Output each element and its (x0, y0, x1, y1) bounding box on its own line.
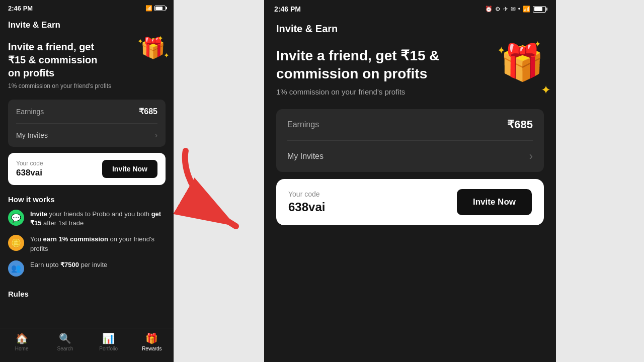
how-item-2-left: 🪙 You earn 1% commission on your friend'… (8, 235, 166, 253)
phone-left: 2:46 PM 📶 Invite & Earn Invite a friend,… (0, 0, 174, 362)
rewards-icon-left: 🎁 (145, 332, 158, 344)
home-icon-left: 🏠 (16, 332, 28, 344)
how-it-works-left: How it works 💬 Invite your friends to Pr… (0, 191, 174, 288)
time-left: 2:46 PM (8, 5, 33, 12)
red-arrow (171, 141, 251, 241)
earnings-row-right: Earnings ₹685 (276, 109, 544, 140)
sparkle-2-right: ✦ (534, 39, 541, 49)
code-label-left: Your code (16, 160, 43, 167)
portfolio-icon-left: 📊 (102, 332, 115, 344)
wifi-icon-right: 📶 (523, 6, 530, 13)
invite-now-button-left[interactable]: Invite Now (102, 160, 157, 178)
hero-text-right: Invite a friend, get ₹15 & commission on… (276, 47, 518, 83)
time-right: 2:46 PM (274, 5, 301, 13)
rules-title-left: Rules (0, 288, 174, 300)
earnings-card-right: Earnings ₹685 My Invites › (276, 109, 544, 172)
rewards-label-left: Rewards (142, 346, 162, 351)
code-card-left: Your code 638vai Invite Now (8, 153, 166, 185)
earnings-card-left: Earnings ₹685 My Invites › (8, 100, 166, 147)
earnings-value-left: ₹685 (139, 107, 157, 116)
earnings-label-right: Earnings (287, 120, 319, 129)
invites-row-left[interactable]: My Invites › (8, 124, 166, 147)
how-text-1-left: Invite your friends to Probo and you bot… (30, 210, 166, 228)
earnings-label-left: Earnings (16, 108, 44, 116)
search-icon-left: 🔍 (59, 332, 71, 344)
sparkle-3-right: ✦ (541, 83, 551, 97)
status-icons-left: 📶 (145, 5, 166, 12)
code-card-right: Your code 638vai Invite Now (276, 179, 544, 225)
how-icon-coin-left: 🪙 (8, 235, 24, 251)
nav-rewards-left[interactable]: 🎁 Rewards (130, 332, 174, 351)
nav-search-left[interactable]: 🔍 Search (43, 332, 87, 351)
alarm-icon-right: ⏰ (485, 6, 493, 13)
invites-row-right[interactable]: My Invites › (276, 141, 544, 172)
sparkle-1-right: ✦ (497, 44, 506, 56)
how-icon-whatsapp-left: 💬 (8, 210, 24, 226)
chevron-right-left: › (155, 131, 157, 140)
sparkle-1-left: ✦ (137, 37, 143, 45)
how-icon-people-left: 👥 (8, 260, 24, 277)
wifi-icon-left: 📶 (145, 5, 152, 12)
send-icon-right: ✈ (503, 6, 508, 13)
invite-now-button-right[interactable]: Invite Now (457, 189, 532, 215)
bottom-nav-left: 🏠 Home 🔍 Search 📊 Portfolio 🎁 Rewards (0, 328, 174, 362)
status-bar-right: 2:46 PM ⏰ ⚙ ✈ ✉ • 📶 (264, 0, 556, 18)
phone-right: 2:46 PM ⏰ ⚙ ✈ ✉ • 📶 Invite & Earn Invite… (264, 0, 556, 362)
home-label-left: Home (15, 346, 29, 351)
hero-sub-right: 1% commission on your friend's profits (276, 87, 544, 96)
how-item-3-left: 👥 Earn upto ₹7500 per invite (8, 260, 166, 277)
hero-section-right: Invite a friend, get ₹15 & commission on… (264, 42, 556, 102)
chevron-right-right: › (529, 150, 533, 163)
how-title-left: How it works (8, 195, 166, 204)
dot-icon-right: • (518, 6, 520, 13)
code-value-right: 638vai (288, 200, 325, 214)
hero-text-left: Invite a friend, get ₹15 & commission on… (8, 40, 109, 79)
nav-portfolio-left[interactable]: 📊 Portfolio (87, 332, 130, 351)
earnings-row-left: Earnings ₹685 (8, 100, 166, 123)
code-section-left: Your code 638vai (16, 160, 43, 178)
page-title-left: Invite & Earn (0, 16, 174, 36)
portfolio-label-left: Portfolio (99, 346, 118, 351)
sparkle-3-left: ✦ (164, 51, 170, 59)
battery-left (154, 6, 166, 11)
invites-label-left: My Invites (16, 131, 48, 139)
how-item-1-left: 💬 Invite your friends to Probo and you b… (8, 210, 166, 228)
arrow-container (174, 0, 264, 362)
battery-right (533, 6, 546, 13)
hero-section-left: Invite a friend, get ₹15 & commission on… (0, 36, 174, 94)
sparkle-2-left: ✦ (157, 34, 164, 42)
status-bar-left: 2:46 PM 📶 (0, 0, 174, 16)
invites-label-right: My Invites (287, 152, 324, 161)
code-section-right: Your code 638vai (288, 190, 325, 214)
settings-icon-right: ⚙ (495, 6, 501, 13)
page-title-right: Invite & Earn (264, 18, 556, 42)
earnings-value-right: ₹685 (507, 118, 533, 131)
search-label-left: Search (57, 346, 73, 351)
how-text-2-left: You earn 1% commission on your friend's … (30, 235, 166, 253)
mail-icon-right: ✉ (511, 6, 516, 13)
how-text-3-left: Earn upto ₹7500 per invite (30, 260, 107, 269)
status-icons-right: ⏰ ⚙ ✈ ✉ • 📶 (485, 6, 546, 13)
hero-sub-left: 1% commission on your friend's profits (8, 82, 166, 89)
nav-home-left[interactable]: 🏠 Home (0, 332, 43, 351)
code-label-right: Your code (288, 190, 325, 198)
background-right (556, 0, 644, 362)
code-value-left: 638vai (16, 168, 43, 178)
